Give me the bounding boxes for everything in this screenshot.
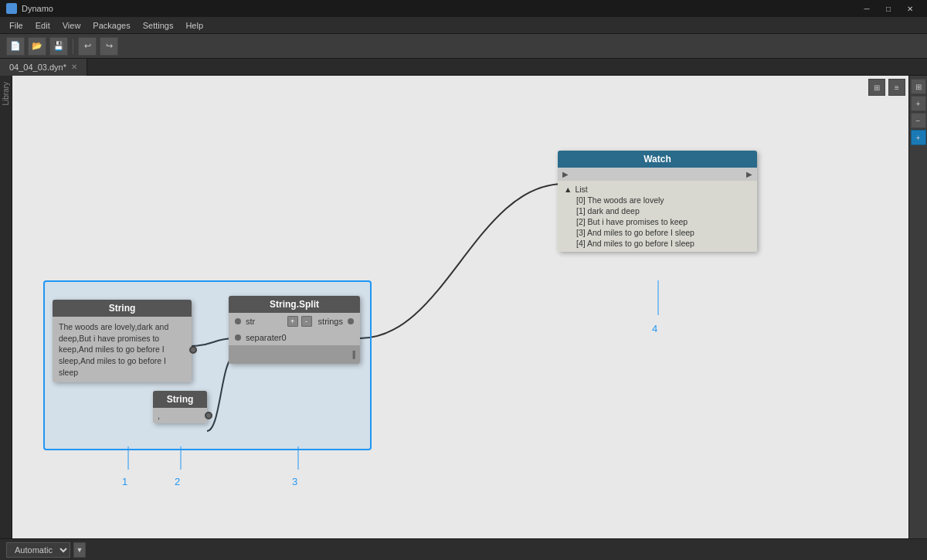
app-title: Dynamo [22, 4, 53, 13]
annotation-2: 2 [175, 476, 180, 487]
string-node-1[interactable]: String The woods are lovely,dark and dee… [53, 300, 192, 382]
watch-output-arrow: ▶ [746, 170, 752, 178]
tabbar: 04_04_03.dyn* ✕ [0, 59, 927, 76]
tab-close-icon[interactable]: ✕ [71, 63, 77, 71]
watch-list-item-4: [4] And miles to go before I sleep [564, 238, 751, 249]
canvas[interactable]: String The woods are lovely,dark and dee… [12, 76, 908, 538]
stringsplit-resize-icon: ▐ [351, 351, 355, 358]
app-icon [6, 3, 17, 14]
string-node-2-content: , [158, 411, 160, 420]
titlebar: Dynamo ─ □ ✕ [0, 0, 927, 17]
menu-help[interactable]: Help [179, 19, 209, 32]
canvas-top-right-icons: ⊞ ≡ [868, 79, 905, 96]
toolbar-separator [73, 39, 73, 54]
rt-zoom-in-btn[interactable]: + [911, 96, 926, 111]
rt-zoom-out-btn[interactable]: − [911, 113, 926, 128]
annotation-4: 4 [652, 323, 657, 334]
run-mode-arrow[interactable]: ▼ [73, 542, 86, 558]
rt-fullscreen-btn[interactable]: ⊞ [911, 79, 926, 94]
tab-label: 04_04_03.dyn* [9, 63, 66, 72]
watch-list-triangle: ▲ [564, 185, 572, 194]
tab-file[interactable]: 04_04_03.dyn* ✕ [0, 59, 87, 76]
stringsplit-node[interactable]: String.Split str + - strings separater0 … [229, 296, 360, 364]
open-button[interactable]: 📂 [28, 37, 46, 56]
annotation-1: 1 [122, 476, 127, 487]
minimize-button[interactable]: ─ [856, 0, 878, 17]
restore-button[interactable]: □ [878, 0, 899, 17]
main-area: Library String The woods are love [0, 76, 927, 538]
watch-list-header: ▲ List [564, 184, 751, 195]
string-node-1-content: The woods are lovely,dark and deep,But i… [59, 322, 168, 377]
string-node-2[interactable]: String , [153, 391, 207, 423]
menubar: File Edit View Packages Settings Help [0, 17, 927, 34]
stringsplit-input2-label: separater0 [246, 333, 287, 342]
new-button[interactable]: 📄 [6, 37, 25, 56]
stringsplit-node-header: String.Split [229, 296, 360, 313]
menu-edit[interactable]: Edit [29, 19, 56, 32]
watch-list-label: List [575, 185, 587, 194]
stringsplit-row-2: separater0 [229, 330, 360, 345]
right-toolbar: ⊞ + − + [908, 76, 927, 538]
watch-list-item-1: [1] dark and deep [564, 205, 751, 216]
stringsplit-node-body: str + - strings separater0 ▐ [229, 313, 360, 364]
run-mode-dropdown[interactable]: Automatic [6, 542, 70, 558]
rt-home-btn[interactable]: + [911, 130, 926, 145]
annotation-3: 3 [292, 476, 297, 487]
watch-node[interactable]: Watch ▶ ▶ ▲ List [0] The woods are lovel… [558, 151, 757, 252]
window-controls: ─ □ ✕ [856, 0, 921, 17]
stringsplit-output-port[interactable] [348, 318, 354, 324]
watch-list-item-3: [3] And miles to go before I sleep [564, 227, 751, 238]
string-node-2-header: String [153, 391, 207, 408]
close-button[interactable]: ✕ [899, 0, 921, 17]
sidebar-label: Library [2, 82, 10, 106]
watch-node-header: Watch [558, 151, 757, 168]
stringsplit-plus-btn[interactable]: + [287, 316, 298, 327]
undo-button[interactable]: ↩ [78, 37, 97, 56]
menu-view[interactable]: View [56, 19, 87, 32]
string-node-2-body: , [153, 408, 207, 423]
watch-input-arrow: ▶ [562, 170, 569, 178]
stringsplit-input1-label: str [246, 317, 255, 326]
menu-packages[interactable]: Packages [87, 19, 136, 32]
canvas-icon-1[interactable]: ⊞ [868, 79, 885, 96]
redo-button[interactable]: ↪ [100, 37, 118, 56]
save-button[interactable]: 💾 [49, 37, 68, 56]
watch-io-row: ▶ ▶ [558, 168, 757, 181]
sidebar: Library [0, 76, 12, 538]
toolbar: 📄 📂 💾 ↩ ↪ [0, 34, 927, 59]
stringsplit-input-port-2[interactable] [235, 334, 241, 341]
string-node-1-header: String [53, 300, 192, 317]
menu-settings[interactable]: Settings [137, 19, 180, 32]
canvas-icon-2[interactable]: ≡ [888, 79, 905, 96]
watch-list-item-0: [0] The woods are lovely [564, 195, 751, 205]
string-node-2-output-port[interactable] [205, 412, 212, 419]
stringsplit-bottom: ▐ [229, 345, 360, 364]
statusbar: Automatic ▼ [0, 538, 927, 560]
stringsplit-output-label: strings [318, 317, 343, 326]
stringsplit-minus-btn[interactable]: - [301, 316, 312, 327]
string-node-1-output-port[interactable] [189, 346, 197, 354]
stringsplit-input-port-1[interactable] [235, 318, 241, 324]
stringsplit-row-1: str + - strings [229, 313, 360, 330]
menu-file[interactable]: File [3, 19, 29, 32]
watch-content: ▲ List [0] The woods are lovely [1] dark… [558, 181, 757, 252]
string-node-1-body: The woods are lovely,dark and deep,But i… [53, 317, 192, 382]
watch-list-item-2: [2] But i have promises to keep [564, 216, 751, 227]
